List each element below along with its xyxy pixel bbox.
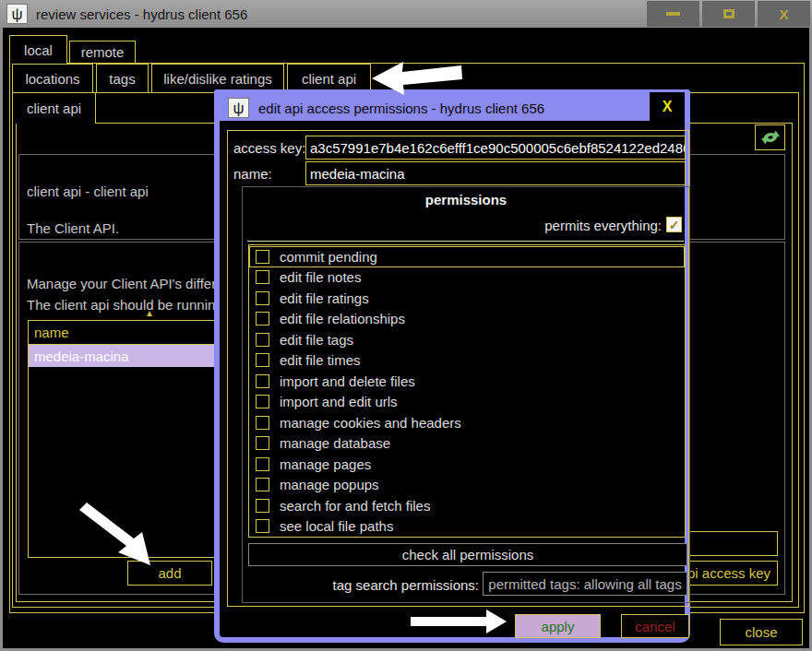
permission-checkbox[interactable]: [256, 312, 269, 326]
sort-ascending-icon: ▲: [145, 308, 154, 318]
checkmark-icon: ✓: [669, 218, 680, 232]
tag-search-value: permitted tags: allowing all tags: [488, 576, 681, 592]
permissions-list[interactable]: commit pending edit file notes edit file…: [248, 244, 686, 538]
service-description-text: The Client API.: [27, 220, 119, 236]
permission-checkbox[interactable]: [256, 416, 269, 430]
review-services-window: { "icons": { "psi": "ψ", "sort_asc": "▲"…: [0, 0, 812, 651]
tab-like-dislike-label: like/dislike ratings: [163, 71, 272, 87]
permission-item[interactable]: edit file notes: [249, 267, 685, 289]
permission-item[interactable]: manage cookies and headers: [249, 412, 685, 433]
permission-checkbox[interactable]: [256, 250, 269, 264]
access-key-button-label: pi access key: [687, 565, 770, 581]
hydrus-app-icon-dialog: ψ: [228, 98, 249, 118]
permission-item[interactable]: import and edit urls: [249, 392, 685, 413]
permission-checkbox[interactable]: [256, 333, 269, 347]
permission-checkbox[interactable]: [256, 291, 269, 305]
permission-item[interactable]: commit pending: [249, 246, 685, 267]
dialog-title: edit api access permissions - hydrus cli…: [258, 101, 544, 116]
permission-checkbox[interactable]: [256, 499, 269, 513]
permission-checkbox[interactable]: [256, 519, 269, 533]
check-all-permissions-button[interactable]: check all permissions: [248, 543, 687, 566]
name-field[interactable]: medeia-macina: [305, 161, 686, 185]
refresh-button[interactable]: [755, 124, 785, 150]
hydrus-app-icon: ψ: [6, 4, 28, 24]
tab-local-label: local: [24, 42, 53, 58]
check-all-label: check all permissions: [402, 547, 534, 562]
permission-item[interactable]: manage pages: [249, 454, 685, 475]
edit-api-permissions-dialog: ψ edit api access permissions - hydrus c…: [214, 89, 690, 643]
permission-checkbox[interactable]: [256, 436, 269, 450]
close-icon: X: [779, 6, 788, 22]
permission-item[interactable]: manage popups: [249, 475, 685, 496]
permission-item[interactable]: search for and fetch files: [249, 495, 685, 516]
add-button-label: add: [158, 565, 181, 581]
permits-everything-label: permits everything:: [544, 218, 662, 233]
psi-glyph: ψ: [11, 6, 22, 22]
dialog-close-icon: X: [663, 99, 673, 115]
permission-item[interactable]: edit file ratings: [249, 288, 685, 309]
permission-checkbox[interactable]: [256, 457, 269, 471]
access-key-field[interactable]: a3c57991e7b4e162c6efff1ce90c500005c6ebf8…: [305, 136, 686, 160]
apply-button[interactable]: apply: [515, 614, 601, 638]
tab-client-api-service[interactable]: client api: [12, 92, 96, 124]
permission-item[interactable]: edit file relationships: [249, 309, 685, 330]
permission-checkbox[interactable]: [256, 353, 269, 367]
permission-label: edit file ratings: [280, 290, 369, 306]
permissions-title: permissions: [243, 192, 689, 207]
minimize-icon: [666, 12, 680, 16]
permission-checkbox[interactable]: [256, 478, 269, 491]
permits-everything-checkbox[interactable]: ✓: [666, 217, 682, 232]
table-row-label: medeia-macina: [34, 349, 129, 364]
table-header-label: name: [34, 325, 69, 340]
permission-label: edit file relationships: [280, 311, 405, 326]
tab-client-api-label: client api: [302, 71, 356, 87]
tab-remote-label: remote: [81, 44, 125, 60]
permission-item[interactable]: edit file tags: [249, 329, 685, 350]
close-button[interactable]: close: [720, 619, 803, 645]
permission-label: search for and fetch files: [280, 498, 430, 514]
cancel-button-label: cancel: [635, 619, 675, 634]
service-name-text: client api - client api: [27, 183, 149, 199]
separator-line: [247, 241, 684, 242]
permission-label: import and edit urls: [280, 394, 398, 409]
permission-item[interactable]: import and delete files: [249, 371, 685, 392]
window-title: review services - hydrus client 656: [36, 6, 247, 22]
cancel-button[interactable]: cancel: [621, 614, 689, 638]
name-value: medeia-macina: [310, 166, 405, 182]
access-key-value: a3c57991e7b4e162c6efff1ce90c500005c6ebf8…: [310, 140, 686, 156]
add-button[interactable]: add: [127, 561, 212, 586]
name-label: name:: [233, 166, 272, 182]
tab-local[interactable]: local: [9, 35, 67, 64]
tab-tags-label: tags: [109, 71, 135, 87]
dialog-titlebar[interactable]: ψ edit api access permissions - hydrus c…: [220, 95, 685, 121]
close-window-button[interactable]: X: [758, 1, 810, 27]
permission-checkbox[interactable]: [256, 270, 269, 284]
tag-search-permissions-label: tag search permissions:: [243, 577, 479, 593]
psi-glyph: ψ: [233, 101, 244, 116]
tab-locations-label: locations: [25, 71, 79, 87]
permission-label: see local file paths: [280, 518, 393, 534]
permission-item[interactable]: edit file times: [249, 350, 685, 372]
window-controls: X: [647, 1, 812, 27]
tab-client-api-service-label: client api: [27, 101, 81, 116]
permission-label: commit pending: [280, 249, 377, 265]
permission-item[interactable]: see local file paths: [249, 516, 685, 538]
maximize-icon: [723, 9, 734, 18]
tab-tags[interactable]: tags: [96, 64, 149, 93]
access-key-label: access key:: [233, 140, 305, 156]
permission-label: manage database: [280, 435, 390, 451]
minimize-button[interactable]: [647, 1, 699, 27]
permission-checkbox[interactable]: [256, 374, 269, 388]
permission-checkbox[interactable]: [256, 395, 269, 408]
permission-item[interactable]: manage database: [249, 433, 685, 455]
close-button-label: close: [745, 624, 777, 640]
permission-label: manage pages: [280, 456, 371, 472]
permission-label: edit file notes: [280, 269, 361, 285]
maximize-button[interactable]: [702, 1, 755, 27]
dialog-content-panel: access key: a3c57991e7b4e162c6efff1ce90c…: [227, 130, 689, 607]
tag-search-permissions-button[interactable]: permitted tags: allowing all tags: [483, 572, 687, 596]
dialog-close-button[interactable]: X: [650, 92, 685, 121]
tab-locations[interactable]: locations: [12, 64, 93, 93]
tab-remote[interactable]: remote: [69, 41, 136, 64]
window-titlebar[interactable]: ψ review services - hydrus client 656 X: [0, 0, 812, 28]
